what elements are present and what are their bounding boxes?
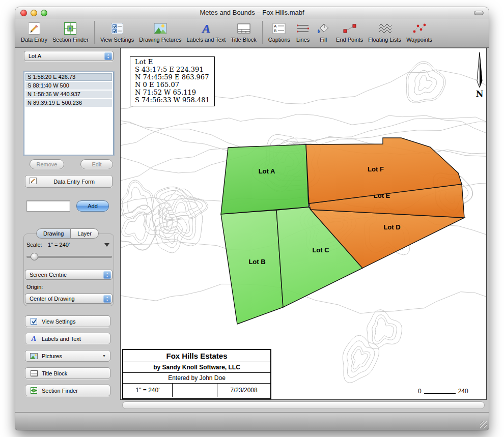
- svg-text:B: B: [274, 28, 276, 33]
- labels-and-text-button[interactable]: ALabels and Text: [25, 333, 110, 344]
- bearing-list-item[interactable]: N 1:58:36 W 440.937: [25, 91, 112, 98]
- data-entry-form-label: Data Entry Form: [40, 179, 108, 185]
- floating-list-line: N 74:45:59 E 863.967: [135, 73, 210, 81]
- title-block-entered-by: Entered by John Doe: [123, 373, 270, 384]
- zoom-button[interactable]: [41, 10, 47, 16]
- tab-drawing[interactable]: Drawing: [36, 228, 71, 239]
- title-block[interactable]: Fox Hills Estates by Sandy Knoll Softwar…: [122, 349, 271, 399]
- scale-slider-track[interactable]: [26, 256, 112, 258]
- lot-polygon-lot-a[interactable]: [221, 144, 309, 214]
- origin-selector-value: Center of Drawing: [30, 296, 75, 302]
- data-entry-form-button[interactable]: Data Entry Form: [25, 175, 113, 188]
- end-points-icon: [342, 21, 357, 36]
- toolbar-item-lines[interactable]: Lines: [293, 20, 313, 43]
- window-controls: [20, 10, 47, 16]
- lot-label-lot-f: Lot F: [368, 165, 384, 173]
- title-block-title: Fox Hills Estates: [123, 350, 270, 362]
- lot-label-lot-c: Lot C: [312, 246, 329, 254]
- toolbar-item-view-settings[interactable]: View Settings: [98, 20, 136, 43]
- floating-list-line: N 0 E 165.07: [135, 81, 210, 89]
- lot-label-lot-a: Lot A: [259, 167, 275, 175]
- title-block-subtitle: by Sandy Knoll Software, LLC: [123, 362, 270, 373]
- centric-selector-value: Screen Centric: [30, 272, 67, 278]
- title-block-middle-cell: [173, 384, 217, 397]
- origin-label: Origin:: [26, 284, 43, 290]
- section-finder-button[interactable]: Section Finder: [25, 385, 110, 396]
- labels-and-text-icon: A: [199, 21, 214, 36]
- drawing-canvas[interactable]: Lot ALot BLot CLot DLot ELot F N Lot E S…: [120, 48, 487, 400]
- close-button[interactable]: [20, 10, 27, 16]
- resize-grip[interactable]: [480, 421, 487, 428]
- edit-button[interactable]: Edit: [80, 159, 113, 169]
- popup-arrows-icon: ▲▼: [103, 295, 111, 303]
- horizontal-scrollbar[interactable]: [122, 401, 485, 409]
- tab-bar: Drawing Layer: [36, 228, 99, 239]
- waypoints-icon: [412, 21, 427, 36]
- scale-bar: 0 240: [418, 387, 468, 395]
- add-button[interactable]: Add: [76, 200, 109, 212]
- floating-list-line: N 71:52 W 65.119: [135, 89, 210, 96]
- floating-list[interactable]: Lot E S 43:17:5 E 224.391N 74:45:59 E 86…: [130, 56, 215, 106]
- bearing-list[interactable]: S 1:58:20 E 426.73S 88:1:40 W 500N 1:58:…: [24, 72, 114, 155]
- north-arrow: N: [476, 52, 484, 99]
- toolbar-item-drawing-pictures[interactable]: Drawing Pictures: [136, 20, 184, 43]
- view-settings-icon: [109, 21, 125, 36]
- origin-selector[interactable]: Center of Drawing ▲▼: [25, 294, 113, 304]
- bearing-list-item[interactable]: S 1:58:20 E 426.73: [25, 73, 112, 81]
- captions-icon: AB: [271, 21, 287, 36]
- window-bottom-bar: [15, 412, 489, 430]
- scale-bar-end: 240: [458, 388, 468, 395]
- remove-button[interactable]: Remove: [30, 159, 64, 169]
- toolbar-item-fill[interactable]: Fill: [313, 20, 333, 43]
- toolbar-item-captions[interactable]: ABCaptions: [266, 20, 293, 43]
- floating-list-line: S 74:56:33 W 958.481: [135, 96, 210, 104]
- toolbar-item-labels-and-text[interactable]: ALabels and Text: [184, 20, 229, 43]
- floating-list-line: S 43:17:5 E 224.391: [135, 66, 210, 73]
- toolbar-item-section-finder[interactable]: Section Finder: [50, 20, 91, 43]
- scale-value: 1" = 240': [48, 242, 70, 248]
- toolbar-item-end-points[interactable]: End Points: [333, 20, 366, 43]
- toolbar-item-title-block[interactable]: Title Block: [228, 20, 259, 43]
- toolbar-separator: [262, 21, 263, 44]
- title-block-button[interactable]: Title Block: [25, 367, 110, 379]
- titlebar[interactable]: Metes and Bounds – Fox Hills.mabf: [15, 7, 489, 18]
- title-block-scale: 1" = 240': [123, 384, 173, 397]
- app-window: Metes and Bounds – Fox Hills.mabf Data E…: [15, 7, 489, 430]
- lot-label-lot-d: Lot D: [383, 223, 400, 231]
- centric-selector[interactable]: Screen Centric ▲▼: [25, 270, 113, 280]
- pencil-pad-icon: [30, 178, 37, 185]
- title-block-date: 7/23/2008: [217, 384, 270, 397]
- desktop: Metes and Bounds – Fox Hills.mabf Data E…: [0, 0, 504, 437]
- new-bearing-input[interactable]: [26, 200, 70, 212]
- drawing-pictures-icon: [153, 21, 168, 36]
- toolbar-item-data-entry[interactable]: Data Entry: [18, 20, 50, 43]
- svg-text:A: A: [274, 24, 277, 28]
- scale-slider-thumb[interactable]: [31, 253, 38, 260]
- scale-bar-start: 0: [418, 388, 422, 395]
- popup-arrows-icon: ▲▼: [103, 271, 111, 279]
- popup-arrows-icon: ▲▼: [104, 52, 112, 60]
- toolbar-separator: [94, 21, 95, 44]
- section-finder-icon: [30, 387, 38, 394]
- tab-layer[interactable]: Layer: [70, 228, 99, 239]
- pictures-button[interactable]: Pictures▼: [25, 350, 110, 362]
- toolbar-item-waypoints[interactable]: Waypoints: [404, 20, 435, 43]
- view-settings-button[interactable]: View Settings: [25, 315, 110, 327]
- lot-polygon-lot-b[interactable]: [221, 210, 283, 324]
- bearing-list-item[interactable]: N 89:39:19 E 500.236: [25, 99, 112, 107]
- data-entry-icon: [26, 21, 42, 36]
- fill-icon: [316, 21, 331, 36]
- toolbar-item-floating-lists[interactable]: Floating Lists: [366, 20, 404, 43]
- minimize-button[interactable]: [31, 10, 37, 16]
- lots-layer: Lot ALot BLot CLot DLot ELot F: [221, 138, 464, 324]
- pictures-icon: [30, 353, 38, 359]
- scale-bar-line: [424, 389, 456, 394]
- scale-dropdown-arrow[interactable]: [104, 243, 109, 247]
- bearing-list-item[interactable]: S 88:1:40 W 500: [25, 82, 112, 90]
- title-block-icon: [30, 370, 38, 376]
- section-finder-icon: [63, 21, 78, 36]
- window-title: Metes and Bounds – Fox Hills.mabf: [200, 9, 304, 16]
- toolbar-toggle-button[interactable]: [474, 11, 484, 15]
- lot-selector[interactable]: Lot A ▲▼: [24, 51, 114, 61]
- toolbar: Data EntrySection FinderView SettingsDra…: [15, 18, 489, 48]
